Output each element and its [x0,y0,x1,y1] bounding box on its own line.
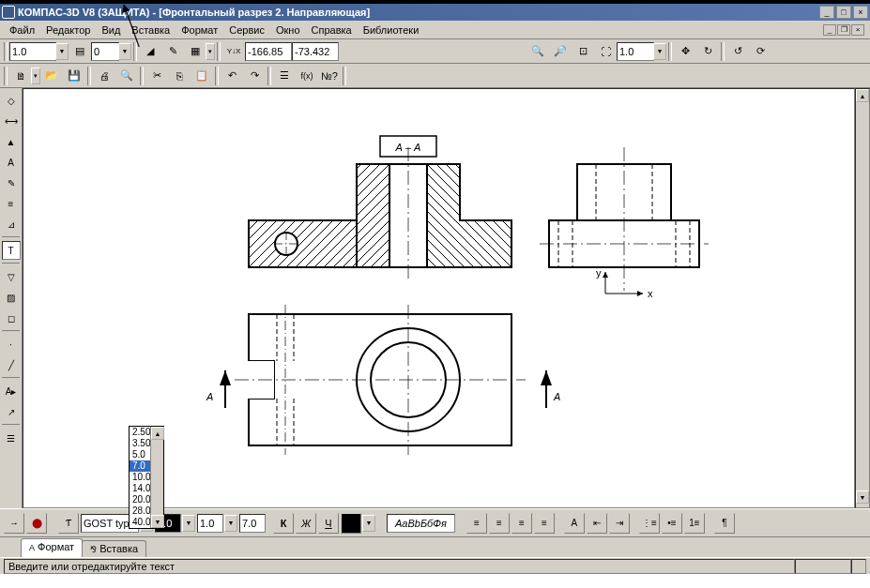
color-dropdown-icon[interactable]: ▼ [362,515,375,532]
zoom-window-icon[interactable]: ⊡ [572,41,593,62]
menu-help[interactable]: Справка [306,23,358,38]
props-icon[interactable]: ☰ [274,66,295,86]
menu-format[interactable]: Формат [176,23,223,38]
save-icon[interactable]: 💾 [64,66,84,86]
stop-button[interactable]: ⬤ [26,513,47,534]
color-button[interactable] [341,513,361,534]
menu-libraries[interactable]: Библиотеки [358,23,425,38]
open-icon[interactable]: 📂 [41,66,62,86]
italic-button[interactable]: Ж [296,513,316,534]
doc-minimize-button[interactable]: _ [823,24,836,36]
tool-arrow-icon[interactable]: ↗ [2,402,21,421]
zoom-in-icon[interactable]: 🔍 [527,41,548,62]
font-size-dropdown-list[interactable]: 2.503.505.07.010.014.020.028.040.0 ▲ ▼ [129,426,164,529]
undo-icon[interactable]: ↶ [221,66,242,86]
coord-y-input[interactable] [292,42,339,61]
tool-param-icon[interactable]: ≡ [2,194,21,213]
zoom-out-icon[interactable]: 🔎 [550,41,571,62]
tool-label-icon[interactable]: A▸ [2,382,21,400]
tool-geometry-icon[interactable]: ◇ [2,91,21,110]
list-2-button[interactable]: •≡ [662,513,682,534]
doc-close-button[interactable]: × [851,24,864,36]
copy-icon[interactable]: ⎘ [169,66,190,86]
tool-point-icon[interactable]: · [2,335,21,354]
align-left-button[interactable]: ≡ [466,513,487,534]
scale-dropdown-icon[interactable]: ▼ [55,43,69,60]
zoom-select[interactable]: 1.0 [617,42,654,61]
vars-icon[interactable]: f(x) [297,66,317,86]
cut-icon[interactable]: ✂ [146,66,167,86]
style-a-button[interactable]: A [564,513,585,534]
indent-inc-button[interactable]: ⇥ [609,513,630,534]
preview-icon[interactable]: 🔍 [116,66,137,86]
doc-restore-button[interactable]: ❐ [837,24,850,36]
tool-spec-icon[interactable]: ☰ [2,429,21,447]
layer-icon[interactable]: ▤ [69,41,90,62]
tool-dims-icon[interactable]: ⟷ [2,112,21,130]
layer-dropdown-icon[interactable]: ▼ [118,43,131,60]
svg-text:А: А [553,391,560,402]
pan-icon[interactable]: ✥ [675,41,695,62]
font-size-b-input[interactable]: 7.0 [239,514,266,533]
align-center-button[interactable]: ≡ [489,513,510,534]
refresh-icon[interactable]: ↺ [727,41,748,62]
tool-T-icon[interactable]: T [2,241,21,260]
menu-view[interactable]: Вид [96,23,126,38]
redo-icon[interactable]: ↷ [244,66,265,86]
grid-dropdown-icon[interactable]: ▾ [206,43,215,60]
zoom-fit-icon[interactable]: ⛶ [595,41,616,62]
indent-dec-button[interactable]: ⇤ [587,513,607,534]
align-justify-button[interactable]: ≡ [534,513,555,534]
tool-line-icon[interactable]: ╱ [2,355,21,374]
tool-hatch-icon[interactable]: ▨ [2,288,21,307]
menu-edit[interactable]: Редактор [40,23,96,38]
paste-icon[interactable]: 📋 [191,66,212,86]
line-spacing-select[interactable]: 1.0 [197,514,223,533]
vertical-scrollbar[interactable]: ▲ ▼ [855,88,870,508]
close-button[interactable]: × [853,6,868,19]
print-icon[interactable]: 🖨 [94,66,114,86]
menu-service[interactable]: Сервис [223,23,270,38]
redraw-icon[interactable]: ⟳ [750,41,771,62]
tool-text-icon[interactable]: A [2,153,21,172]
scroll-down-icon[interactable]: ▼ [856,490,869,504]
list-1-button[interactable]: ⋮≡ [639,513,660,534]
tool-contour-icon[interactable]: ◻ [2,309,21,327]
bold-button[interactable]: К [273,513,294,534]
menu-window[interactable]: Окно [270,23,306,38]
font-size-a-dropdown-icon[interactable]: ▼ [182,515,195,532]
tool-edit-icon[interactable]: ✎ [2,173,21,192]
new-dropdown-icon[interactable]: ▾ [31,68,40,84]
brush-icon[interactable]: ✎ [162,41,183,62]
grid-icon[interactable]: ▦ [185,41,206,62]
help-icon[interactable]: №? [319,66,340,86]
minimize-button[interactable]: _ [819,6,834,19]
layer-select[interactable]: 0 [91,42,119,61]
tool-view-icon[interactable]: ▽ [2,267,21,286]
align-right-button[interactable]: ≡ [511,513,532,534]
menu-insert[interactable]: Вставка [126,23,176,38]
tab-format[interactable]: А Формат [21,538,83,557]
list-scroll-up-icon[interactable]: ▲ [151,427,164,440]
underline-button[interactable]: Ч [318,513,339,534]
menu-file[interactable]: Файл [4,23,40,38]
list-scroll-down-icon[interactable]: ▼ [151,515,164,528]
list-3-button[interactable]: 1≡ [684,513,705,534]
tab-insert[interactable]: ⅋ Вставка [82,540,146,557]
tool-measure-icon[interactable]: ⊿ [2,215,21,234]
scale-select[interactable]: 1.0 [9,42,56,61]
rotate-icon[interactable]: ↻ [697,41,718,62]
tool-marks-icon[interactable]: ▲ [2,132,21,151]
maximize-button[interactable]: □ [836,6,851,19]
apply-button[interactable]: → [4,513,24,534]
paragraph-button[interactable]: ¶ [714,513,735,534]
zoom-dropdown-icon[interactable]: ▼ [653,43,666,60]
new-icon[interactable]: 🗎 [10,66,31,86]
side-view: x y [540,147,709,299]
scroll-up-icon[interactable]: ▲ [856,89,869,102]
xy-icon[interactable]: Y↓X [223,41,244,62]
line-spacing-dropdown-icon[interactable]: ▼ [224,515,237,532]
coord-x-input[interactable] [245,42,292,61]
status-pane-2 [851,559,866,574]
eraser-icon[interactable]: ◢ [140,41,160,62]
